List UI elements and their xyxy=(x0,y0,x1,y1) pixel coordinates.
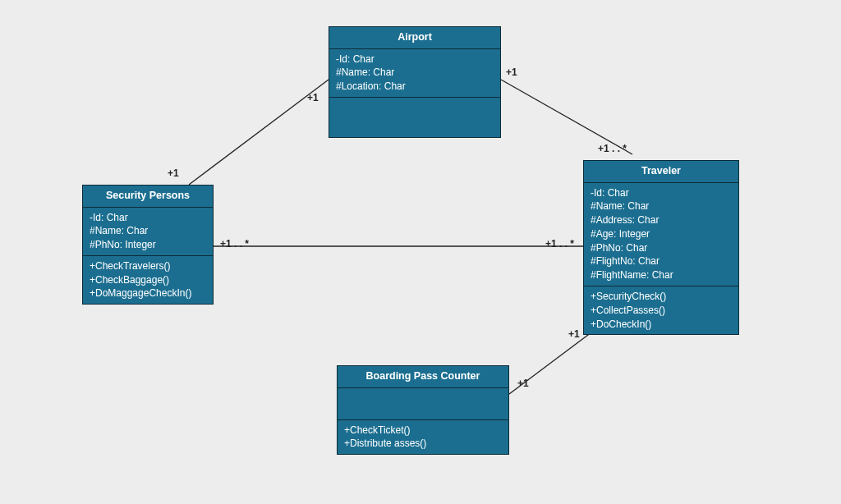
multiplicity: +1 xyxy=(506,66,517,78)
attribute: -Id: Char xyxy=(90,211,206,225)
multiplicity: +1 xyxy=(517,378,529,389)
attribute: #Name: Char xyxy=(90,224,206,238)
multiplicity: +1 xyxy=(168,167,179,179)
attribute: #Name: Char xyxy=(336,66,494,80)
class-attributes: -Id: Char #Name: Char #Address: Char #Ag… xyxy=(584,183,738,287)
method: +DoCheckIn() xyxy=(591,318,732,332)
class-attributes xyxy=(338,388,508,420)
class-attributes: -Id: Char #Name: Char #Location: Char xyxy=(329,49,500,98)
multiplicity: +1 . . * xyxy=(545,238,574,250)
class-methods xyxy=(329,98,500,137)
attribute: -Id: Char xyxy=(591,186,732,200)
attribute: -Id: Char xyxy=(336,53,494,66)
multiplicity: +1 xyxy=(568,328,580,340)
class-airport: Airport -Id: Char #Name: Char #Location:… xyxy=(329,26,501,138)
class-title: Boarding Pass Counter xyxy=(338,366,508,388)
method: +SecurityCheck() xyxy=(591,290,732,304)
attribute: #PhNo: Char xyxy=(591,241,732,255)
class-attributes: -Id: Char #Name: Char #PhNo: Integer xyxy=(83,208,213,256)
class-security-persons: Security Persons -Id: Char #Name: Char #… xyxy=(82,185,214,305)
method: +DoMaggageCheckIn() xyxy=(90,286,206,300)
attribute: #Address: Char xyxy=(591,213,732,227)
method: +CheckTicket() xyxy=(344,424,502,438)
class-boarding-pass-counter: Boarding Pass Counter +CheckTicket() +Di… xyxy=(337,365,509,455)
attribute: #FlightName: Char xyxy=(591,268,732,282)
class-methods: +CheckTicket() +Distribute asses() xyxy=(338,420,508,455)
class-methods: +CheckTravelers() +CheckBaggage() +DoMag… xyxy=(83,256,213,304)
attribute: #PhNo: Integer xyxy=(90,238,206,252)
class-title: Traveler xyxy=(584,161,738,183)
attribute: #Location: Char xyxy=(336,80,494,94)
class-traveler: Traveler -Id: Char #Name: Char #Address:… xyxy=(583,160,739,335)
class-title: Airport xyxy=(329,27,500,49)
uml-class-diagram: { "classes": { "airport": { "title": "Ai… xyxy=(0,0,841,504)
multiplicity: +1 xyxy=(307,92,319,103)
multiplicity: +1 . . * xyxy=(220,238,249,250)
multiplicity: +1 . . * xyxy=(598,143,627,154)
method: +CheckTravelers() xyxy=(90,259,206,273)
method: +CollectPasses() xyxy=(591,304,732,318)
class-title: Security Persons xyxy=(83,186,213,208)
attribute: #Age: Integer xyxy=(591,227,732,241)
attribute: #FlightNo: Char xyxy=(591,254,732,268)
method: +CheckBaggage() xyxy=(90,273,206,287)
attribute: #Name: Char xyxy=(591,199,732,213)
method: +Distribute asses() xyxy=(344,437,502,451)
class-methods: +SecurityCheck() +CollectPasses() +DoChe… xyxy=(584,286,738,334)
